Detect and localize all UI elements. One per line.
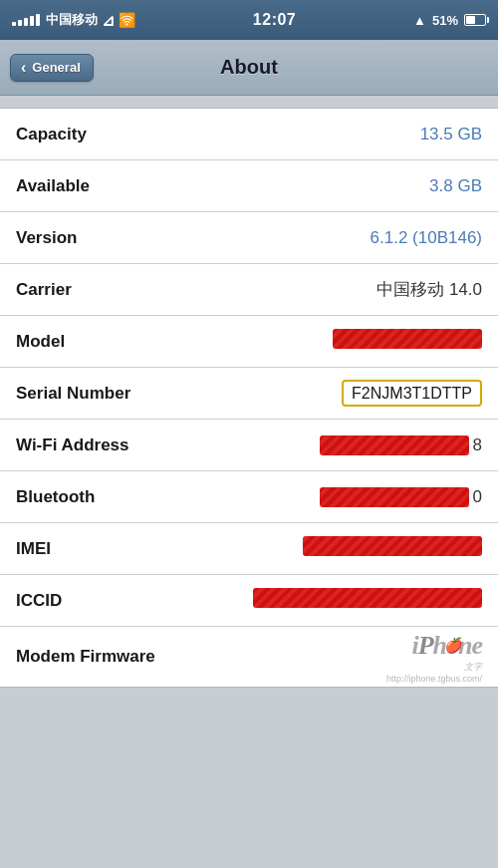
back-chevron-icon: ‹ [21, 60, 26, 76]
value-capacity: 13.5 GB [420, 125, 482, 145]
signal-bar-2 [18, 20, 22, 26]
label-version: Version [16, 228, 77, 248]
status-right: ▲ 51% [413, 13, 486, 28]
label-imei: IMEI [16, 539, 51, 559]
value-bluetooth: 0 [320, 487, 482, 507]
wifi-redacted [320, 435, 469, 455]
location-icon: ▲ [413, 13, 426, 28]
label-model: Model [16, 332, 65, 352]
watermark: iPho🍎ne 文字 http://iphone.tgbus.com/ [386, 631, 482, 684]
watermark-tagline: 文字 [464, 661, 482, 674]
value-wifi: 8 [320, 435, 482, 455]
value-available: 3.8 GB [429, 176, 482, 196]
wifi-signal-icon: 🛜 [119, 12, 135, 28]
row-available: Available 3.8 GB [0, 160, 498, 212]
label-iccid: ICCID [16, 591, 62, 611]
battery-fill [466, 16, 475, 24]
signal-bar-4 [30, 16, 34, 26]
bluetooth-redacted [320, 487, 469, 507]
signal-bars [12, 14, 40, 26]
carrier-label: 中国移动 [46, 11, 98, 29]
watermark-url: http://iphone.tgbus.com/ [386, 674, 482, 684]
back-button-label: General [32, 60, 80, 75]
content-area: Capacity 13.5 GB Available 3.8 GB Versio… [0, 96, 498, 700]
label-wifi: Wi-Fi Address [16, 435, 129, 455]
page-title: About [220, 56, 278, 79]
settings-table: Capacity 13.5 GB Available 3.8 GB Versio… [0, 108, 498, 688]
signal-bar-3 [24, 18, 28, 26]
value-serial: F2NJM3T1DTTP [342, 384, 482, 404]
wifi-suffix: 8 [473, 435, 482, 455]
signal-bar-5 [36, 14, 40, 26]
wifi-icon: ⊿ [102, 11, 115, 30]
label-capacity: Capacity [16, 125, 87, 145]
label-bluetooth: Bluetooth [16, 487, 95, 507]
row-wifi: Wi-Fi Address 8 [0, 420, 498, 471]
label-serial: Serial Number [16, 384, 130, 404]
value-carrier: 中国移动 14.0 [376, 278, 482, 301]
value-iccid [253, 588, 482, 613]
value-version: 6.1.2 (10B146) [371, 228, 482, 248]
signal-bar-1 [12, 22, 16, 26]
watermark-brand: iPho🍎ne [411, 631, 482, 661]
row-capacity: Capacity 13.5 GB [0, 109, 498, 160]
serial-number-box: F2NJM3T1DTTP [342, 380, 482, 407]
row-carrier: Carrier 中国移动 14.0 [0, 264, 498, 316]
value-imei [303, 536, 482, 561]
content-wrapper: Capacity 13.5 GB Available 3.8 GB Versio… [0, 96, 498, 700]
back-button[interactable]: ‹ General [10, 54, 94, 82]
battery-icon [464, 14, 486, 26]
iccid-redacted [253, 588, 482, 608]
nav-bar: ‹ General About [0, 40, 498, 96]
status-time: 12:07 [253, 11, 296, 29]
row-imei: IMEI [0, 523, 498, 575]
status-bar: 中国移动 ⊿ 🛜 12:07 ▲ 51% [0, 0, 498, 40]
battery-indicator [464, 14, 486, 26]
status-left: 中国移动 ⊿ 🛜 [12, 11, 135, 30]
label-available: Available [16, 176, 90, 196]
row-bluetooth: Bluetooth 0 [0, 471, 498, 523]
row-modem: Modem Firmware iPho🍎ne 文字 http://iphone.… [0, 627, 498, 687]
label-carrier: Carrier [16, 280, 72, 300]
value-model [333, 329, 482, 354]
model-redacted [333, 329, 482, 349]
value-modem: iPho🍎ne 文字 http://iphone.tgbus.com/ [386, 631, 482, 684]
battery-percentage: 51% [432, 13, 458, 28]
imei-redacted [303, 536, 482, 556]
bluetooth-suffix: 0 [473, 487, 482, 507]
row-iccid: ICCID [0, 575, 498, 627]
label-modem: Modem Firmware [16, 647, 155, 667]
row-model: Model [0, 316, 498, 368]
row-version: Version 6.1.2 (10B146) [0, 212, 498, 264]
row-serial: Serial Number F2NJM3T1DTTP [0, 368, 498, 420]
